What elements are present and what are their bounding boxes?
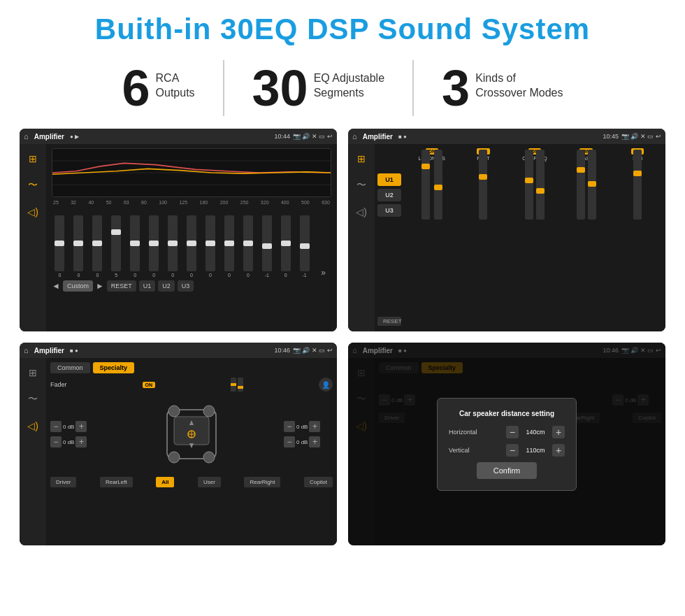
phat-slider[interactable] (479, 150, 487, 220)
u3-preset-button[interactable]: U3 (377, 204, 401, 217)
fader-user-icon[interactable]: 👤 (319, 378, 333, 392)
rear-right-button[interactable]: RearRight (244, 477, 280, 487)
left-rear-db: − 0 dB + (50, 436, 99, 447)
screens-grid: ⌂ Amplifier ● ▶ 10:44 📷 🔊 ✕ ▭ ↩ ⊞ 〜 ◁) (0, 129, 685, 557)
bass-slider-2[interactable] (588, 150, 596, 220)
next-preset-button[interactable]: ► (96, 281, 104, 291)
tab-common[interactable]: Common (50, 362, 90, 373)
fader-sidebar: ⊞ 〜 ◁) (20, 358, 46, 545)
slider-track-9[interactable] (224, 215, 234, 271)
right-rear-minus[interactable]: − (284, 436, 295, 447)
amp-presets: U1 U2 U3 RESET (375, 144, 404, 331)
car-diagram-container (102, 396, 281, 473)
slider-track-4[interactable] (130, 215, 140, 271)
tab-specialty[interactable]: Specialty (93, 362, 135, 373)
amp-sidebar: ⊞ 〜 ◁) (348, 144, 375, 331)
vertical-label: Vertical (449, 447, 470, 454)
amp-speaker-icon[interactable]: ◁) (354, 204, 369, 220)
screen3-dots: ■ ● (70, 348, 78, 354)
slider-track-12[interactable] (281, 215, 291, 271)
copilot-button[interactable]: Copilot (304, 477, 333, 487)
custom-preset-button[interactable]: Custom (63, 280, 93, 292)
eq-freq-labels: 253240506380100125160200250320400500630 (52, 200, 331, 205)
rear-left-button[interactable]: RearLeft (100, 477, 133, 487)
loudness-slider-1[interactable] (421, 150, 430, 220)
slider-track-2[interactable] (92, 215, 102, 271)
loudness-slider-2[interactable] (434, 150, 442, 220)
amp-reset-button[interactable]: RESET (377, 317, 401, 326)
left-front-plus[interactable]: + (75, 421, 87, 432)
vertical-plus-button[interactable]: + (552, 444, 565, 457)
stat-rca-label: RCAOutputs (156, 63, 195, 101)
horizontal-control: − 140cm + (506, 426, 565, 438)
eq-speaker-icon[interactable]: ◁) (25, 204, 41, 220)
slider-thumb-8 (206, 241, 215, 246)
cutfreq-slider-2[interactable] (536, 150, 545, 220)
slider-track-5[interactable] (149, 215, 159, 271)
slider-track-10[interactable] (243, 215, 253, 271)
svg-point-6 (168, 452, 180, 463)
fader-tune-icon[interactable]: ⊞ (25, 365, 41, 380)
slider-track-3[interactable] (111, 215, 121, 271)
horizontal-minus-button[interactable]: − (506, 426, 519, 438)
screen2-status-icons: 📷 🔊 ✕ ▭ ↩ (621, 133, 661, 140)
all-button[interactable]: All (156, 477, 174, 487)
slider-col-more: » (315, 247, 331, 278)
fader-sliders-small (231, 378, 243, 392)
left-rear-plus[interactable]: + (75, 436, 87, 447)
stat-eq: 30 EQ AdjustableSegments (224, 63, 413, 113)
u2-button[interactable]: U2 (158, 280, 175, 292)
phat-control: ON PHAT (460, 148, 507, 327)
fader-on-badge: ON (143, 382, 156, 388)
slider-track-8[interactable] (206, 215, 215, 271)
u2-preset-button[interactable]: U2 (377, 189, 401, 201)
confirm-button[interactable]: Confirm (477, 462, 538, 479)
slider-thumb-12 (281, 241, 291, 246)
prev-preset-button[interactable]: ◄ (52, 281, 60, 291)
amp-wave-icon[interactable]: 〜 (354, 178, 369, 193)
u3-button[interactable]: U3 (178, 280, 194, 292)
slider-track-6[interactable] (168, 215, 178, 271)
u1-button[interactable]: U1 (139, 280, 156, 292)
vertical-minus-button[interactable]: − (506, 444, 519, 457)
eq-tune-icon[interactable]: ⊞ (25, 151, 41, 166)
horizontal-plus-button[interactable]: + (552, 426, 565, 438)
reset-button[interactable]: RESET (107, 280, 136, 292)
user-button[interactable]: User (198, 477, 221, 487)
slider-track-13[interactable] (300, 215, 310, 271)
slider-thumb-0 (55, 241, 64, 246)
slider-thumb-11 (262, 243, 272, 249)
svg-point-7 (203, 452, 215, 463)
slider-track-0[interactable] (55, 215, 64, 271)
right-front-plus[interactable]: + (309, 421, 320, 432)
bass-slider-1[interactable] (577, 150, 585, 220)
eq-bottom-bar: ◄ Custom ► RESET U1 U2 U3 (52, 280, 331, 292)
vertical-row: Vertical − 110cm + (449, 444, 565, 457)
amp-content: ⊞ 〜 ◁) U1 U2 U3 RESET ON LOUDNESS (348, 144, 665, 331)
screen-crossover: ⌂ Amplifier ■ ● 10:45 📷 🔊 ✕ ▭ ↩ ⊞ 〜 ◁) U… (348, 129, 665, 331)
slider-col-2: 0 (89, 215, 106, 278)
slider-track-1[interactable] (73, 215, 83, 271)
screen1-dots: ● ▶ (70, 134, 79, 140)
sub-slider[interactable] (633, 150, 642, 220)
screen1-time: 10:44 (274, 133, 290, 140)
slider-col-11: -1 (259, 215, 275, 278)
slider-thumb-1 (73, 241, 83, 246)
dialog-overlay: Car speaker distance setting Horizontal … (348, 343, 665, 545)
right-front-minus[interactable]: − (284, 421, 295, 432)
fader-wave-icon[interactable]: 〜 (25, 392, 41, 407)
cutfreq-slider-1[interactable] (525, 150, 533, 220)
screen1-status-bar: ⌂ Amplifier ● ▶ 10:44 📷 🔊 ✕ ▭ ↩ (20, 129, 337, 144)
left-front-minus[interactable]: − (50, 421, 62, 432)
driver-button[interactable]: Driver (50, 477, 76, 487)
slider-col-4: 0 (127, 215, 143, 278)
eq-wave-icon[interactable]: 〜 (25, 178, 41, 193)
slider-track-7[interactable] (187, 215, 196, 271)
fader-speaker-icon[interactable]: ◁) (25, 418, 41, 434)
u1-preset-button[interactable]: U1 (377, 173, 401, 186)
amp-tune-icon[interactable]: ⊞ (354, 151, 369, 166)
slider-track-11[interactable] (262, 215, 272, 271)
right-rear-plus[interactable]: + (309, 436, 320, 447)
left-rear-minus[interactable]: − (50, 436, 62, 447)
right-rear-db: − 0 dB + (284, 436, 333, 447)
